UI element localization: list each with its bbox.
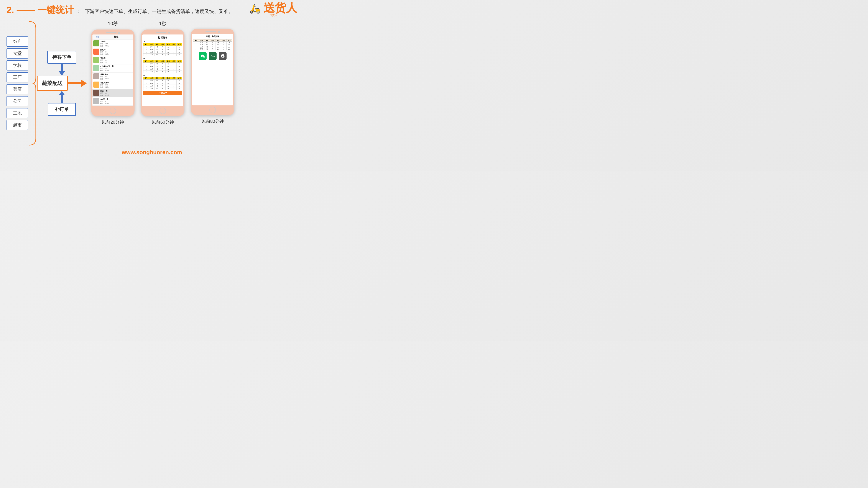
p1-name-5: 5厘米白色 bbox=[100, 73, 132, 76]
title-subtitle: 下游客户快速下单、生成订单、一键生成备货清单，速度又快、又准。 bbox=[85, 9, 233, 14]
th-price-1: 单价 bbox=[171, 43, 177, 46]
p1-price-2: 价格：4.9元 bbox=[100, 53, 132, 55]
phone1-item-6[interactable]: 易县大柿子 库存：5000 价格：0.5元 bbox=[92, 81, 133, 89]
th-name-3: 名称 bbox=[149, 77, 155, 79]
arrow-down-1 bbox=[59, 64, 65, 76]
phone3-title: 订货、备货清单 bbox=[193, 34, 232, 39]
customer-item-gongdi: 工地 bbox=[6, 108, 28, 118]
phone1-column: 10秒 ← 后退 蔬菜 大白菜 bbox=[91, 21, 134, 125]
p1-price-8: 价格：0.02元 bbox=[100, 103, 132, 105]
phone1: ← 后退 蔬菜 大白菜 库存：1000 价格：3.5元 bbox=[91, 30, 134, 116]
brace-svg bbox=[28, 19, 37, 147]
phone2-table-3: 编号 名称 规格 单位 数量 单价 合计 1萝卜优斤301 bbox=[143, 77, 182, 90]
phone1-back[interactable]: ← 后退 bbox=[94, 36, 99, 38]
title-number: 2. bbox=[6, 5, 14, 15]
phone3-prev-label: 以前80分钟 bbox=[202, 119, 224, 124]
table-row: 4芹菜优斤20120 bbox=[144, 54, 182, 56]
table-row: 1萝卜优斤96196 bbox=[193, 42, 232, 44]
th-unit-3: 单位 bbox=[160, 77, 165, 79]
p3-th-name: 名称 bbox=[199, 39, 205, 42]
phone1-item-1[interactable]: 大白菜 库存：1000 价格：3.5元 bbox=[92, 40, 133, 48]
customer-item-caidian: 菜店 bbox=[6, 84, 28, 94]
p1-name-1: 大白菜 bbox=[100, 40, 132, 43]
phone2-content: 订货分单 1# 编号 名称 规格 单位 数量 bbox=[142, 34, 183, 96]
phone1-item-img-4 bbox=[93, 65, 99, 71]
phone1-item-2[interactable]: 西红柿 库存：99 价格：4.9元 bbox=[92, 48, 133, 56]
logo-text: 🛵 送货人 bbox=[250, 2, 297, 13]
phone1-home-btn[interactable] bbox=[110, 107, 116, 114]
th-total-1: 合计 bbox=[177, 43, 182, 46]
phone3-home-btn[interactable] bbox=[209, 107, 216, 113]
th-grade-2: 规格 bbox=[155, 60, 160, 63]
p1-name-6: 易县大柿子 bbox=[100, 82, 132, 84]
phone1-time-now: 10秒 bbox=[108, 21, 118, 27]
th-grade-1: 规格 bbox=[155, 43, 160, 46]
phone1-item-7[interactable]: 10斤一颗 库存：15 价格：0.02元 bbox=[92, 89, 133, 97]
phone1-item-5[interactable]: 5厘米白色 库存：32 价格：0.01元 bbox=[92, 73, 133, 81]
p1-stock-8: 库存：6 bbox=[100, 100, 132, 103]
phone2-section-1: 1# bbox=[143, 40, 182, 43]
customer-item-fandian: 饭店 bbox=[6, 36, 28, 46]
phone2-camera bbox=[168, 32, 170, 34]
logo-area: 🛵 送货人 送货人 bbox=[250, 2, 297, 17]
phone3-speaker bbox=[206, 31, 216, 32]
phone1-prev-label: 以前20分钟 bbox=[102, 119, 124, 125]
table-row: 2白菜优斤4501450 bbox=[193, 44, 232, 46]
p3-th-unit: 单位 bbox=[210, 39, 215, 42]
table-row: 1萝卜优斤30130 bbox=[144, 46, 182, 48]
phone1-item-9[interactable]: 白百500克一袋 bbox=[92, 106, 133, 106]
customer-item-chaoshi: 超市 bbox=[6, 120, 28, 130]
th-unit-2: 单位 bbox=[160, 60, 165, 63]
left-section: 饭店 食堂 学校 工厂 菜店 公司 工地 超市 待客下单 蔬菜配送 bbox=[6, 19, 87, 147]
th-num-3: 编号 bbox=[144, 77, 149, 79]
phone1-item-img-2 bbox=[93, 48, 99, 55]
phone2-section-2: 2# bbox=[143, 57, 182, 60]
logo-subtitle: 送货人 bbox=[270, 13, 277, 17]
p1-stock-6: 库存：5000 bbox=[100, 84, 132, 86]
supplement-box: 补订单 bbox=[48, 103, 76, 116]
customer-list: 饭店 食堂 学校 工厂 菜店 公司 工地 超市 bbox=[6, 19, 28, 147]
customer-item-gongsi: 公司 bbox=[6, 96, 28, 106]
p1-name-8: 100克一袋 bbox=[100, 98, 132, 100]
customer-item-shitang: 食堂 bbox=[6, 48, 28, 59]
one-click-button[interactable]: 一键统计 bbox=[143, 91, 182, 95]
wechat-icon[interactable] bbox=[199, 52, 207, 60]
phone2-time-now: 1秒 bbox=[159, 21, 166, 27]
footer-url[interactable]: www.songhuoren.com bbox=[0, 149, 304, 156]
th-qty-2: 数量 bbox=[165, 60, 171, 63]
phone2-home-btn[interactable] bbox=[159, 107, 166, 114]
phone3-screen: 订货、备货清单 编号 名称 规格 单位 数量 单价 合计 bbox=[192, 34, 233, 105]
p1-stock-2: 库存：99 bbox=[100, 51, 132, 53]
table-row: 4芹菜优斤2111211 bbox=[193, 48, 232, 50]
th-total-3: 合计 bbox=[177, 77, 182, 79]
p1-price-4: 价格：0.07元 bbox=[100, 70, 132, 72]
p1-name-7: 10斤一颗 bbox=[100, 90, 132, 92]
phone2-column: 1秒 订货分单 1# 编号 bbox=[141, 21, 184, 125]
phone1-item-img-3 bbox=[93, 57, 99, 63]
phone1-camera bbox=[118, 32, 120, 34]
phone2-speaker bbox=[156, 32, 166, 33]
phone1-screen: ← 后退 蔬菜 大白菜 库存：1000 价格：3.5元 bbox=[92, 34, 133, 106]
th-qty-3: 数量 bbox=[165, 77, 171, 79]
phone1-item-8[interactable]: 100克一袋 库存：6 价格：0.02元 bbox=[92, 97, 133, 106]
excel-icon[interactable]: XExcel bbox=[209, 52, 217, 60]
phone3-column: — 订货、备货清单 编号 名称 bbox=[191, 21, 235, 124]
p1-stock-3: 库存：99 bbox=[100, 59, 132, 61]
phone1-speaker bbox=[106, 32, 117, 33]
phone1-item-3[interactable]: 卷心菜 库存：99 价格：2元 bbox=[92, 56, 133, 64]
phone2-prev-label: 以前60分钟 bbox=[152, 119, 174, 125]
main-content: 饭店 食堂 学校 工厂 菜店 公司 工地 超市 待客下单 蔬菜配送 bbox=[0, 19, 304, 147]
phone1-item-info-7: 10斤一颗 库存：15 价格：0.02元 bbox=[100, 90, 132, 97]
th-grade-3: 规格 bbox=[155, 77, 160, 79]
table-row: 4芹菜优斤20120 bbox=[144, 88, 182, 90]
phone1-item-4[interactable]: 小白菜500克一颗 库存：28 价格：0.07元 bbox=[92, 64, 133, 73]
print-icon[interactable] bbox=[219, 52, 226, 60]
phone3-content: 订货、备货清单 编号 名称 规格 单位 数量 单价 合计 bbox=[192, 34, 233, 61]
title-colon: ： bbox=[76, 9, 81, 14]
p3-th-grade: 规格 bbox=[205, 39, 210, 42]
th-name-2: 名称 bbox=[149, 60, 155, 63]
p1-price-3: 价格：2元 bbox=[100, 61, 132, 64]
phone1-item-info-4: 小白菜500克一颗 库存：28 价格：0.07元 bbox=[100, 65, 132, 72]
p1-name-4: 小白菜500克一颗 bbox=[100, 65, 132, 67]
phone3-icons: XExcel bbox=[193, 52, 232, 60]
